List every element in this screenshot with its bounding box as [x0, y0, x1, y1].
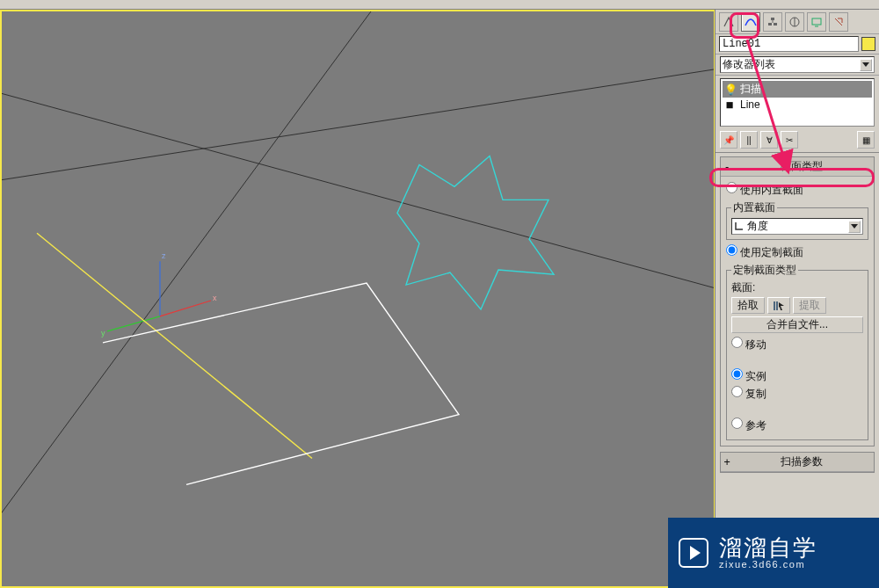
show-end-result-button[interactable]: || — [740, 131, 758, 149]
modifier-list-dropdown[interactable]: 修改器列表 — [720, 56, 875, 73]
pick-section-button[interactable]: 拾取 — [731, 297, 765, 314]
rollout-header-sweep-params[interactable]: + 扫描参数 — [721, 453, 874, 472]
modify-tab[interactable] — [741, 12, 760, 32]
section-align-button[interactable] — [767, 297, 790, 314]
rollout-header-section-type[interactable]: - 截面类型 — [721, 157, 874, 177]
section-cursor-icon — [773, 301, 785, 311]
remove-modifier-button[interactable]: ✂ — [781, 131, 798, 149]
svg-line-5 — [160, 301, 211, 316]
hierarchy-tab[interactable] — [763, 12, 782, 32]
make-unique-button[interactable]: ∀ — [760, 131, 778, 149]
object-name-field[interactable]: Line01 — [719, 36, 859, 52]
group-custom-section: 定制截面类型 截面: 拾取 提取 合并自文件... — [726, 263, 868, 440]
watermark-url: zixue.3d66.com — [719, 559, 817, 570]
svg-text:z: z — [162, 251, 166, 260]
watermark-brand: 溜溜自学 — [719, 536, 817, 559]
radio-move[interactable]: 移动 — [731, 337, 863, 352]
modifier-stack-toolbar: 📌 || ∀ ✂ ▦ — [716, 129, 879, 153]
svg-rect-10 — [771, 18, 774, 20]
group-builtin-section: 内置截面 角度 — [726, 200, 868, 240]
merge-from-file-button[interactable]: 合并自文件... — [731, 316, 863, 333]
configure-sets-button[interactable]: ▦ — [857, 131, 875, 149]
chevron-down-icon — [848, 221, 861, 233]
object-color-swatch[interactable] — [861, 37, 875, 51]
display-tab[interactable] — [807, 12, 826, 32]
expand-icon: ■ — [724, 98, 735, 111]
modifier-stack[interactable]: 💡 扫描 ■ Line — [720, 78, 875, 127]
radio-use-custom[interactable]: 使用定制截面 — [726, 244, 868, 260]
radio-reference[interactable]: 参考 — [731, 417, 863, 433]
svg-line-4 — [107, 316, 160, 331]
command-panel: Line01 修改器列表 💡 扫描 ■ Line 📌 || ∀ ✂ — [715, 10, 879, 588]
perspective-viewport[interactable]: z y x — [0, 10, 715, 588]
radio-use-builtin[interactable]: 使用内置截面 — [726, 182, 868, 198]
play-icon — [679, 538, 708, 568]
rollout-sweep-params: + 扫描参数 — [720, 452, 875, 473]
pin-stack-button[interactable]: 📌 — [720, 131, 737, 149]
viewport-canvas: z y x — [2, 11, 714, 586]
svg-marker-9 — [397, 156, 554, 309]
svg-line-2 — [2, 11, 371, 572]
command-panel-tabs — [716, 10, 879, 34]
svg-rect-16 — [812, 18, 821, 25]
watermark: 溜溜自学 zixue.3d66.com — [668, 518, 879, 588]
section-label: 截面: — [731, 280, 863, 295]
radio-copy[interactable]: 复制 — [731, 386, 863, 402]
svg-rect-13 — [774, 23, 777, 25]
svg-text:y: y — [101, 329, 105, 338]
create-tab[interactable] — [719, 12, 738, 32]
modifier-list-label: 修改器列表 — [723, 57, 775, 72]
svg-rect-12 — [768, 23, 772, 25]
stack-item-sweep[interactable]: 💡 扫描 — [723, 81, 872, 98]
rollout-section-type: - 截面类型 使用内置截面 内置截面 角度 — [720, 156, 875, 446]
stack-item-line[interactable]: ■ Line — [723, 98, 872, 112]
lightbulb-icon: 💡 — [724, 83, 735, 96]
svg-text:x: x — [213, 294, 217, 302]
chevron-down-icon — [860, 59, 872, 71]
builtin-section-dropdown[interactable]: 角度 — [731, 218, 863, 235]
motion-tab[interactable] — [785, 12, 804, 32]
svg-line-0 — [2, 82, 714, 309]
angle-icon — [734, 221, 744, 231]
extract-section-button[interactable]: 提取 — [793, 297, 826, 314]
utilities-tab[interactable] — [829, 12, 848, 32]
radio-instance[interactable]: 实例 — [731, 368, 863, 384]
svg-line-1 — [2, 64, 714, 187]
